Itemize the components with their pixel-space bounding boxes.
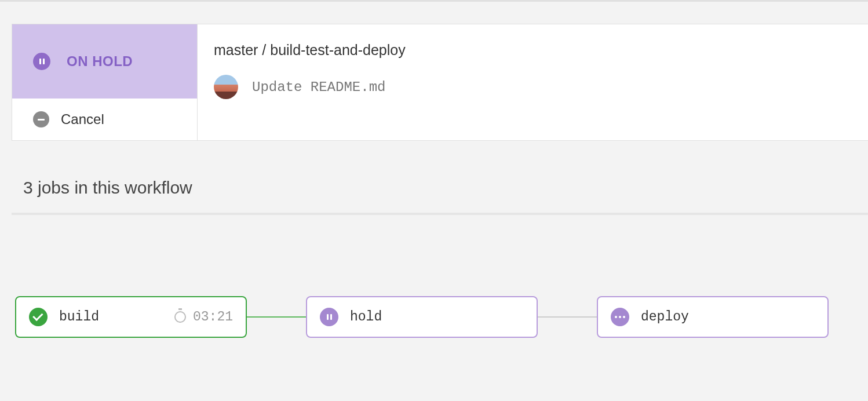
job-name: deploy xyxy=(641,309,689,325)
commit-row: Update README.md xyxy=(214,75,852,99)
duration: 03:21 xyxy=(173,309,233,325)
cancel-button[interactable]: Cancel xyxy=(12,99,197,140)
info-column: master / build-test-and-deploy Update RE… xyxy=(198,24,868,140)
pause-icon xyxy=(33,53,50,70)
stopwatch-icon xyxy=(173,310,187,324)
duration-text: 03:21 xyxy=(193,309,233,325)
avatar[interactable] xyxy=(214,75,238,99)
ellipsis-icon xyxy=(611,308,629,326)
success-icon xyxy=(29,308,48,326)
workflow-graph: build 03:21 hold deploy xyxy=(15,296,868,338)
job-card-hold[interactable]: hold xyxy=(306,296,538,338)
job-name: build xyxy=(59,309,99,325)
breadcrumb[interactable]: master / build-test-and-deploy xyxy=(214,42,852,59)
cancel-icon xyxy=(33,111,49,127)
cancel-label: Cancel xyxy=(61,111,104,127)
status-label: ON HOLD xyxy=(67,53,133,70)
connector xyxy=(247,316,306,318)
top-border xyxy=(0,0,868,2)
connector xyxy=(538,316,597,318)
status-column: ON HOLD Cancel xyxy=(12,24,198,140)
job-card-build[interactable]: build 03:21 xyxy=(15,296,247,338)
header-panel: ON HOLD Cancel master / build-test-and-d… xyxy=(12,24,868,141)
commit-message[interactable]: Update README.md xyxy=(252,79,385,95)
pause-icon xyxy=(320,308,338,326)
job-name: hold xyxy=(350,309,382,325)
status-block: ON HOLD xyxy=(12,24,197,99)
job-card-deploy[interactable]: deploy xyxy=(597,296,829,338)
divider xyxy=(12,213,868,215)
workflow-heading: 3 jobs in this workflow xyxy=(23,178,868,198)
